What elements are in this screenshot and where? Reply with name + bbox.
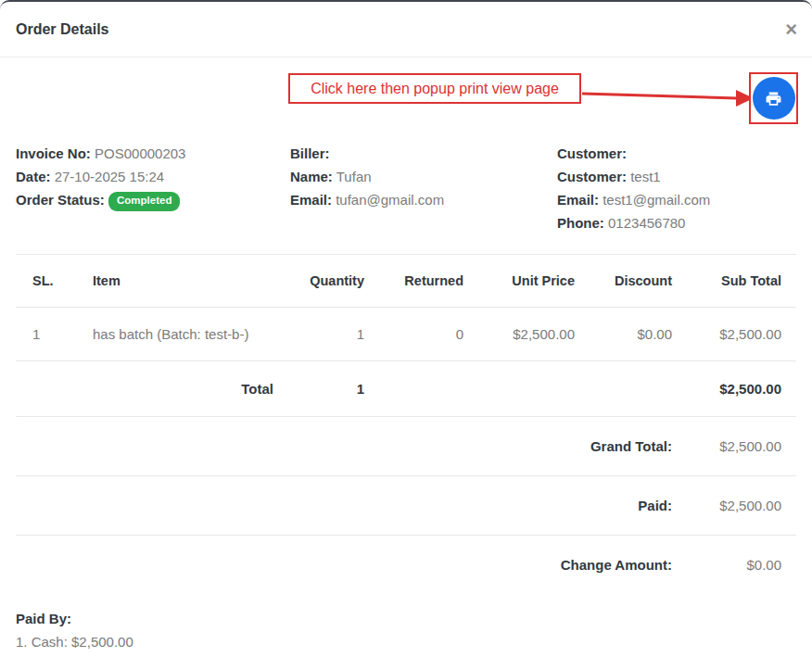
total-label: Total bbox=[83, 361, 283, 417]
cell-quantity: 1 bbox=[283, 308, 374, 361]
order-details-modal: Order Details × Click here then popup pr… bbox=[0, 0, 812, 657]
cell-sl: 1 bbox=[16, 308, 83, 361]
biller-name-value: Tufan bbox=[336, 169, 372, 184]
customer-email-line: Email: test1@gmail.com bbox=[557, 188, 796, 211]
customer-heading: Customer: bbox=[557, 145, 627, 161]
order-items-table: SL. Item Quantity Returned Unit Price Di… bbox=[16, 254, 796, 594]
total-quantity: 1 bbox=[283, 361, 374, 417]
biller-email-label: Email: bbox=[290, 192, 332, 208]
biller-panel: Biller: Name: Tufan Email: tufan@gmail.c… bbox=[290, 142, 557, 234]
col-header-quantity: Quantity bbox=[283, 255, 374, 308]
table-header-row: SL. Item Quantity Returned Unit Price Di… bbox=[16, 255, 796, 308]
order-status-line: Order Status: Completed bbox=[16, 188, 290, 211]
customer-phone-line: Phone: 0123456780 bbox=[557, 211, 796, 234]
customer-phone-value: 0123456780 bbox=[608, 215, 685, 231]
biller-heading: Biller: bbox=[290, 145, 330, 161]
modal-header: Order Details × bbox=[0, 2, 812, 57]
paid-label: Paid: bbox=[16, 476, 681, 536]
printer-icon bbox=[765, 90, 782, 107]
annotation-text: Click here then popup print view page bbox=[311, 81, 559, 97]
customer-panel: Customer: Customer: test1 Email: test1@g… bbox=[557, 142, 796, 234]
annotation-callout: Click here then popup print view page bbox=[288, 73, 581, 104]
paid-by-heading: Paid By: bbox=[16, 607, 796, 630]
date-line: Date: 27-10-2025 15:24 bbox=[16, 165, 290, 188]
cell-item: has batch (Batch: test-b-) bbox=[83, 308, 283, 361]
biller-email-line: Email: tufan@gmail.com bbox=[290, 188, 557, 211]
invoice-no-value: POS00000203 bbox=[95, 145, 185, 161]
col-header-unit-price: Unit Price bbox=[473, 255, 584, 308]
col-header-sub-total: Sub Total bbox=[681, 255, 796, 308]
close-icon[interactable]: × bbox=[785, 19, 797, 40]
invoice-no-label: Invoice No: bbox=[16, 145, 91, 161]
status-badge: Completed bbox=[108, 192, 180, 211]
col-header-returned: Returned bbox=[374, 255, 473, 308]
annotation-arrow-icon bbox=[581, 85, 755, 111]
change-amount-row: Change Amount: $0.00 bbox=[16, 536, 796, 595]
grand-total-row: Grand Total: $2,500.00 bbox=[16, 417, 796, 476]
paid-row: Paid: $2,500.00 bbox=[16, 476, 796, 536]
grand-total-label: Grand Total: bbox=[16, 417, 681, 476]
table-row: 1 has batch (Batch: test-b-) 1 0 $2,500.… bbox=[16, 308, 796, 361]
paid-value: $2,500.00 bbox=[681, 476, 796, 536]
col-header-sl: SL. bbox=[16, 255, 83, 308]
invoice-panel: Invoice No: POS00000203 Date: 27-10-2025… bbox=[16, 142, 290, 234]
paid-by-entry: 1. Cash: $2,500.00 bbox=[16, 630, 796, 653]
cell-returned: 0 bbox=[374, 308, 473, 361]
table-total-row: Total 1 $2,500.00 bbox=[16, 361, 796, 417]
order-status-label: Order Status: bbox=[16, 192, 105, 208]
cell-sub-total: $2,500.00 bbox=[681, 308, 796, 361]
customer-name-line: Customer: test1 bbox=[557, 165, 796, 188]
paid-by-section: Paid By: 1. Cash: $2,500.00 bbox=[16, 607, 796, 653]
total-sub-total: $2,500.00 bbox=[681, 361, 796, 417]
customer-email-label: Email: bbox=[557, 192, 599, 208]
invoice-no-line: Invoice No: POS00000203 bbox=[16, 142, 290, 165]
modal-title: Order Details bbox=[16, 21, 108, 37]
cell-unit-price: $2,500.00 bbox=[473, 308, 584, 361]
biller-email-value: tufan@gmail.com bbox=[336, 192, 444, 208]
col-header-discount: Discount bbox=[584, 255, 681, 308]
print-button[interactable] bbox=[753, 77, 795, 120]
date-value: 27-10-2025 15:24 bbox=[55, 169, 164, 184]
cell-discount: $0.00 bbox=[584, 308, 681, 361]
customer-phone-label: Phone: bbox=[557, 215, 604, 231]
change-amount-value: $0.00 bbox=[681, 536, 796, 595]
grand-total-value: $2,500.00 bbox=[681, 417, 796, 476]
order-info-section: Invoice No: POS00000203 Date: 27-10-2025… bbox=[16, 142, 796, 234]
print-button-highlight bbox=[749, 72, 798, 124]
change-amount-label: Change Amount: bbox=[16, 536, 681, 595]
customer-email-value: test1@gmail.com bbox=[603, 192, 710, 208]
customer-name-label: Customer: bbox=[557, 169, 627, 184]
biller-name-label: Name: bbox=[290, 169, 333, 184]
col-header-item: Item bbox=[83, 255, 283, 308]
biller-name-line: Name: Tufan bbox=[290, 165, 557, 188]
customer-name-value: test1 bbox=[630, 169, 661, 184]
date-label: Date: bbox=[16, 169, 51, 184]
